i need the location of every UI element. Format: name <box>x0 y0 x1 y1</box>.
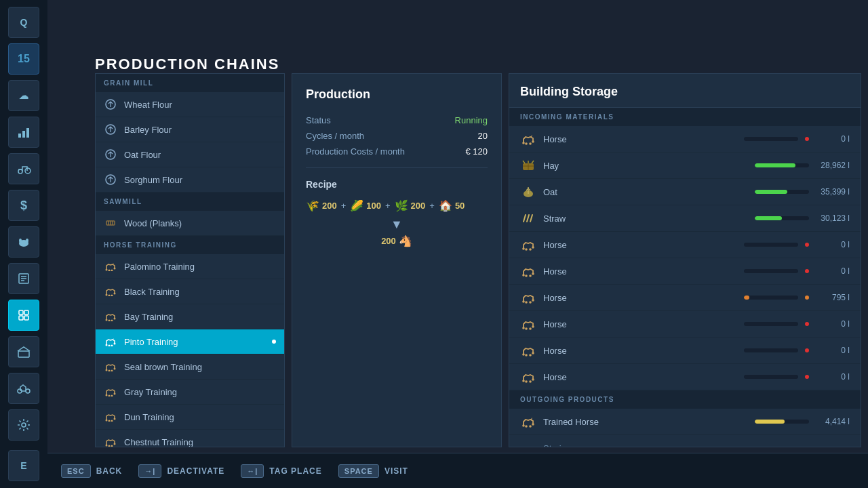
recipe-amount-2: 200 <box>411 201 426 211</box>
chain-item-barley-flour[interactable]: Barley Flour <box>96 117 284 142</box>
svg-point-62 <box>529 142 532 145</box>
svg-point-82 <box>522 353 525 356</box>
sidebar-btn-machinery[interactable] <box>8 373 39 404</box>
svg-rect-15 <box>24 316 28 320</box>
svg-point-58 <box>111 445 113 447</box>
production-status-row: Status Running <box>306 115 488 125</box>
straw-bar <box>755 216 809 220</box>
storage-item-trained-horse: Trained Horse 4,414 l <box>509 409 861 435</box>
btn-visit[interactable]: SPACE VISIT <box>338 464 408 478</box>
black-label: Black Training <box>124 287 180 297</box>
storage-item-hay: Hay 28,962 l <box>509 152 861 179</box>
trained-horse-amount: 4,414 l <box>816 417 850 426</box>
chain-item-seal-brown[interactable]: Seal brown Training <box>96 354 284 380</box>
svg-point-63 <box>532 140 534 143</box>
deactivate-label: DEACTIVATE <box>167 466 224 476</box>
svg-point-53 <box>108 420 111 422</box>
btn-deactivate[interactable]: →| DEACTIVATE <box>138 464 224 478</box>
chain-item-pinto[interactable]: Pinto Training <box>96 329 284 354</box>
horse-output-icon: 🐴 <box>399 235 412 247</box>
chain-item-black[interactable]: Black Training <box>96 279 284 304</box>
production-panel: Production Status Running Cycles / month… <box>292 73 502 447</box>
sidebar-btn-animals[interactable] <box>8 226 39 258</box>
horse-5-amount: 0 l <box>816 319 850 329</box>
bay-icon <box>104 310 117 323</box>
barn-icon: 🏠 <box>439 199 452 212</box>
horse-2-dot <box>805 243 809 247</box>
bay-label: Bay Training <box>124 312 173 322</box>
horse-4-name: Horse <box>543 293 737 303</box>
wheat-flour-icon <box>104 98 117 111</box>
svg-point-29 <box>108 270 111 272</box>
horse-5-bar <box>744 322 798 326</box>
chain-item-wheat-flour[interactable]: Wheat Flour <box>96 92 284 117</box>
sidebar-btn-15[interactable]: 15 <box>8 43 39 75</box>
straw-icon <box>520 210 536 226</box>
status-value: Running <box>455 115 488 125</box>
btn-tag-place[interactable]: ↔| TAG PLACE <box>241 464 322 478</box>
sidebar-btn-q[interactable]: Q <box>8 7 39 38</box>
palomino-icon <box>104 260 117 273</box>
sidebar-btn-weather[interactable]: ☁ <box>8 80 39 111</box>
svg-point-44 <box>106 369 108 371</box>
svg-point-49 <box>108 395 111 397</box>
pinto-active-dot <box>272 340 276 344</box>
chain-item-chestnut[interactable]: Chestnut Training <box>96 430 284 447</box>
horse-3-bar <box>744 269 798 273</box>
horse-6-name: Horse <box>543 346 737 356</box>
recipe-plus-1: + <box>341 201 347 211</box>
svg-point-93 <box>532 423 534 426</box>
svg-point-4 <box>25 168 31 174</box>
storage-item-horse-7: Horse 0 l <box>509 364 861 390</box>
recipe-inputs: 🌾 200 + 🌽 100 + 🌿 200 + 🏠 50 <box>306 199 488 212</box>
svg-point-74 <box>522 300 525 303</box>
horse-5-dot <box>805 322 809 326</box>
svg-point-89 <box>532 378 534 381</box>
sidebar-btn-dollar[interactable]: $ <box>8 190 39 221</box>
recipe-output-amount: 200 <box>381 236 396 246</box>
horse-6-amount: 0 l <box>816 346 850 355</box>
horse-7-bar <box>744 375 798 379</box>
sidebar: Q 15 ☁ $ E <box>0 0 47 488</box>
storing-name: Storing... <box>543 443 850 448</box>
sidebar-btn-e[interactable]: E <box>8 450 39 481</box>
chain-item-dun[interactable]: Dun Training <box>96 405 284 430</box>
sidebar-btn-settings[interactable] <box>8 409 39 441</box>
svg-point-54 <box>111 420 113 422</box>
chain-item-bay[interactable]: Bay Training <box>96 304 284 329</box>
horse-6-dot <box>805 348 809 352</box>
svg-point-48 <box>106 394 108 396</box>
recipe-plus-3: + <box>429 201 435 211</box>
plant-icon: 🌿 <box>395 199 408 212</box>
horse-1-dot <box>805 137 809 141</box>
storage-item-storing: Storing... <box>509 435 861 447</box>
pinto-icon <box>104 335 117 348</box>
grain-icon: 🌾 <box>306 199 319 212</box>
svg-point-6 <box>19 239 22 243</box>
svg-point-43 <box>114 343 116 345</box>
sidebar-btn-production[interactable] <box>8 300 39 331</box>
svg-rect-0 <box>18 134 21 138</box>
sidebar-btn-storage[interactable] <box>8 336 39 367</box>
recipe-input-2: 🌿 200 <box>395 199 426 212</box>
svg-point-34 <box>111 295 113 297</box>
chain-item-oat-flour[interactable]: Oat Flour <box>96 142 284 167</box>
hay-icon <box>520 157 536 174</box>
svg-point-90 <box>522 424 525 427</box>
svg-point-86 <box>522 380 525 382</box>
horse-3-amount: 0 l <box>816 266 850 276</box>
sidebar-btn-tractor[interactable] <box>8 153 39 184</box>
outgoing-header: OUTGOING PRODUCTS <box>509 390 861 409</box>
sidebar-btn-tasks[interactable] <box>8 263 39 294</box>
oat-flour-label: Oat Flour <box>124 150 161 160</box>
chain-item-sorghum-flour[interactable]: Sorghum Flour <box>96 167 284 192</box>
svg-point-56 <box>106 445 108 447</box>
svg-point-68 <box>529 248 532 251</box>
btn-back[interactable]: ESC BACK <box>61 464 122 478</box>
chain-item-wood-planks[interactable]: Wood (Planks) <box>96 211 284 236</box>
chain-item-palomino[interactable]: Palomino Training <box>96 254 284 279</box>
wheat-flour-label: Wheat Flour <box>124 100 172 110</box>
sidebar-btn-stats[interactable] <box>8 117 39 148</box>
chain-item-gray[interactable]: Gray Training <box>96 380 284 405</box>
horse-3-dot <box>805 269 809 273</box>
